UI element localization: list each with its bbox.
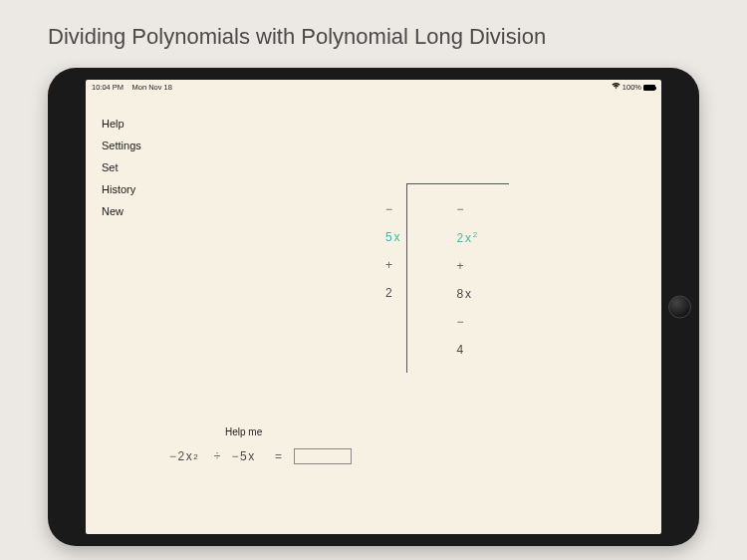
prompt-minus2: − (231, 449, 240, 463)
divisor-5x: 5x (385, 230, 401, 244)
menu-settings[interactable]: Settings (102, 140, 141, 151)
page-title: Dividing Polynomials with Polynomial Lon… (48, 24, 546, 50)
dividend-exp: 2 (473, 230, 479, 239)
help-me-button[interactable]: Help me (225, 426, 262, 437)
menu-new[interactable]: New (102, 205, 141, 217)
battery-icon (643, 85, 655, 91)
divisor-minus-sign: − (385, 202, 394, 216)
menu-help[interactable]: Help (102, 118, 141, 130)
status-right: 100% (612, 83, 655, 92)
divisor-plus-sign: + (385, 258, 394, 272)
home-button[interactable] (668, 296, 691, 319)
battery-pct: 100% (622, 83, 641, 92)
status-time: 10:04 PM (92, 83, 124, 92)
menu-set[interactable]: Set (102, 161, 141, 173)
answer-input[interactable] (294, 448, 352, 464)
tablet-frame: 10:04 PM Mon Nov 18 100% Help Settings S… (48, 68, 699, 546)
status-date: Mon Nov 18 (131, 83, 171, 92)
long-division: − 5x + 2 − 2x2 + 8x − 4 (345, 183, 509, 373)
dividend: − 2x2 + 8x − 4 (406, 183, 509, 373)
dividend-8x: 8x (456, 287, 472, 301)
app-screen: 10:04 PM Mon Nov 18 100% Help Settings S… (86, 80, 661, 534)
divisor-2: 2 (385, 286, 393, 300)
dividend-2x: 2x (456, 231, 472, 245)
prompt-row: − 2x2 ÷ − 5x = (169, 448, 352, 464)
prompt-minus: − (169, 449, 178, 463)
prompt-5x: 5x (240, 449, 256, 463)
divisor: − 5x + 2 (345, 188, 406, 314)
wifi-icon (612, 83, 621, 92)
prompt-2x: 2x (178, 449, 194, 463)
dividend-plus-sign: + (456, 259, 465, 273)
dividend-4: 4 (456, 343, 464, 357)
menu-history[interactable]: History (102, 183, 141, 195)
dividend-minus-sign: − (456, 202, 465, 216)
menu: Help Settings Set History New (102, 118, 141, 217)
prompt-divide-sign: ÷ (214, 449, 222, 463)
status-left: 10:04 PM Mon Nov 18 (92, 83, 172, 92)
prompt-equals-sign: = (275, 449, 284, 463)
status-bar: 10:04 PM Mon Nov 18 100% (92, 83, 655, 92)
dividend-minus2-sign: − (456, 315, 465, 329)
